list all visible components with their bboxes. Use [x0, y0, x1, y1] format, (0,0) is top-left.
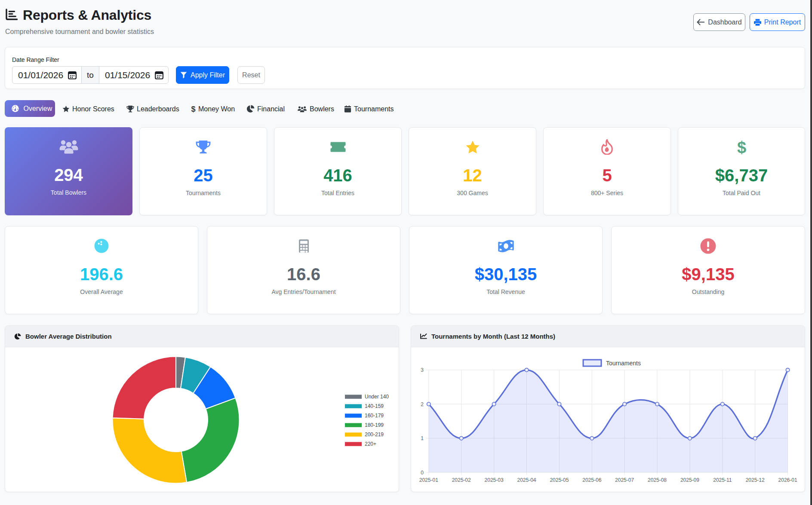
svg-text:3: 3 — [421, 367, 424, 373]
svg-text:140-159: 140-159 — [365, 403, 384, 409]
svg-text:$: $ — [191, 105, 195, 113]
svg-text:200-219: 200-219 — [365, 432, 384, 438]
svg-text:$: $ — [737, 138, 746, 156]
svg-text:2025-12: 2025-12 — [746, 477, 765, 483]
svg-text:2025-01: 2025-01 — [419, 477, 438, 483]
svg-text:2025-11: 2025-11 — [713, 477, 732, 483]
svg-text:2025-09: 2025-09 — [680, 477, 699, 483]
svg-text:2025-04: 2025-04 — [517, 477, 536, 483]
svg-text:Tournaments: Tournaments — [606, 360, 641, 367]
svg-text:2025-02: 2025-02 — [452, 477, 471, 483]
svg-text:2025-07: 2025-07 — [615, 477, 634, 483]
svg-text:0: 0 — [421, 470, 424, 476]
svg-text:220+: 220+ — [365, 441, 376, 447]
svg-text:2025-03: 2025-03 — [485, 477, 504, 483]
svg-text:2025-08: 2025-08 — [648, 477, 667, 483]
svg-text:2026-01: 2026-01 — [778, 477, 797, 483]
svg-text:Under 140: Under 140 — [365, 394, 389, 400]
svg-text:2: 2 — [421, 401, 424, 407]
svg-text:160-179: 160-179 — [365, 413, 384, 419]
svg-text:1: 1 — [421, 435, 424, 441]
svg-text:2025-06: 2025-06 — [582, 477, 601, 483]
svg-text:2025-05: 2025-05 — [550, 477, 569, 483]
svg-text:180-199: 180-199 — [365, 422, 384, 428]
